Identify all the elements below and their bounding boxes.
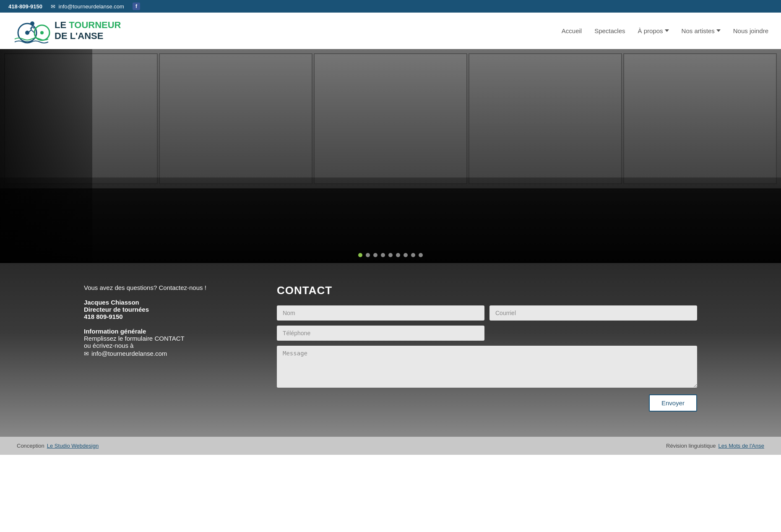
logo-image: [13, 16, 50, 45]
svg-point-3: [40, 31, 44, 34]
contact-form-title: CONTACT: [277, 284, 697, 297]
header: LE TOURNEUR DE L'ANSE Accueil Spectacles…: [0, 13, 781, 49]
form-submit-row: Envoyer: [277, 394, 697, 412]
form-row-2: [277, 326, 697, 341]
hero-dot-9[interactable]: [419, 253, 423, 257]
logo-line2: DE L'ANSE: [55, 31, 121, 42]
contact-email-link[interactable]: ✉ info@tourneurdelanse.com: [84, 350, 243, 357]
footer-revision-label: Révision linguistique: [666, 443, 716, 449]
nav-nous-joindre[interactable]: Nous joindre: [733, 27, 768, 34]
envoyer-button[interactable]: Envoyer: [649, 394, 697, 412]
nav-spectacles[interactable]: Spectacles: [594, 27, 625, 34]
logo-area[interactable]: LE TOURNEUR DE L'ANSE: [13, 16, 121, 45]
contact-gen-info: Information générale: [84, 328, 243, 335]
hero-dot-7[interactable]: [404, 253, 408, 257]
hero-dot-2[interactable]: [366, 253, 370, 257]
svg-line-6: [29, 30, 31, 33]
envelope-icon: ✉: [84, 350, 89, 357]
contact-role: Directeur de tournées: [84, 306, 243, 313]
a-propos-chevron-icon: [665, 29, 669, 32]
hero-dot-3[interactable]: [373, 253, 377, 257]
hero-image: [0, 49, 781, 263]
hero-dot-5[interactable]: [388, 253, 393, 257]
footer-studio-link[interactable]: Le Studio Webdesign: [47, 443, 99, 449]
hero-dot-4[interactable]: [381, 253, 385, 257]
message-textarea[interactable]: [277, 346, 697, 388]
nav-a-propos-link[interactable]: À propos: [638, 27, 663, 34]
nav-nos-artistes[interactable]: Nos artistes: [682, 27, 721, 34]
topbar-phone: 418-809-9150: [8, 3, 42, 10]
logo-text: LE TOURNEUR DE L'ANSE: [55, 20, 121, 42]
contact-fill-form: Remplissez le formulaire CONTACT: [84, 335, 243, 342]
nos-artistes-chevron-icon: [716, 29, 721, 32]
top-bar: 418-809-9150 ✉ info@tourneurdelanse.com …: [0, 0, 781, 13]
footer-conception-label: Conception: [17, 443, 44, 449]
footer-left: Conception Le Studio Webdesign: [17, 443, 99, 449]
hero-section: [0, 49, 781, 263]
logo-highlight: TOURNEUR: [69, 20, 121, 30]
main-nav: Accueil Spectacles À propos Nos artistes…: [562, 27, 768, 34]
form-row-1: [277, 305, 697, 321]
hero-dot-8[interactable]: [411, 253, 415, 257]
contact-section: Vous avez des questions? Contactez-nous …: [0, 263, 781, 437]
svg-line-7: [31, 30, 34, 33]
contact-email: info@tourneurdelanse.com: [91, 350, 167, 357]
contact-name: Jacques Chiasson: [84, 299, 243, 306]
logo-line1: LE: [55, 20, 69, 30]
nom-input[interactable]: [277, 305, 484, 321]
hero-dots: [358, 253, 423, 257]
nav-accueil[interactable]: Accueil: [562, 27, 582, 34]
hero-dot-6[interactable]: [396, 253, 400, 257]
courriel-input[interactable]: [489, 305, 697, 321]
footer-mots-link[interactable]: Les Mots de l'Anse: [719, 443, 764, 449]
email-icon: ✉: [51, 3, 55, 10]
topbar-email-link[interactable]: info@tourneurdelanse.com: [59, 3, 124, 10]
contact-intro: Vous avez des questions? Contactez-nous …: [84, 284, 243, 291]
footer: Conception Le Studio Webdesign Révision …: [0, 437, 781, 455]
telephone-input[interactable]: [277, 326, 484, 341]
contact-left: Vous avez des questions? Contactez-nous …: [84, 284, 243, 412]
contact-phone: 418 809-9150: [84, 313, 243, 320]
contact-right: CONTACT Envoyer: [277, 284, 697, 412]
svg-point-4: [30, 21, 34, 26]
footer-right: Révision linguistique Les Mots de l'Anse: [666, 443, 764, 449]
nav-a-propos[interactable]: À propos: [638, 27, 669, 34]
hero-dot-1[interactable]: [358, 253, 362, 257]
facebook-icon[interactable]: f: [133, 3, 140, 10]
contact-or-write: ou écrivez-nous à: [84, 342, 243, 349]
nav-nos-artistes-link[interactable]: Nos artistes: [682, 27, 715, 34]
topbar-email-wrapper[interactable]: ✉ info@tourneurdelanse.com: [51, 3, 124, 10]
